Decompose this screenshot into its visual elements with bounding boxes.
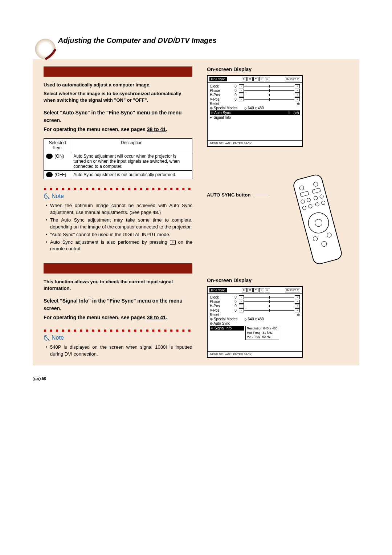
osd-heading-2: On-screen Display	[207, 278, 348, 283]
autosync-button-icon: ⟲	[170, 240, 176, 245]
osd1-phase: Phase	[210, 89, 232, 93]
osd2-tab: Fine Sync	[209, 288, 227, 292]
osd1-tab: Fine Sync	[209, 77, 227, 81]
section-heading-autosync	[44, 66, 192, 77]
osd2-res-l: Resolution	[247, 327, 262, 330]
osd2-hor-l: Hor Freq	[247, 331, 260, 335]
osd2-input: INPUT 2	[285, 288, 300, 292]
signalinfo-intro: This function allows you to check the cu…	[44, 279, 192, 292]
left-column: Used to automatically adjust a computer …	[44, 66, 192, 358]
page-link-38-41[interactable]: 38 to 41	[147, 126, 166, 132]
th-selected-item: Selected Item	[44, 138, 71, 152]
osd1-autosync: Auto Sync	[214, 111, 231, 115]
autosync-table: Selected Item Description (ON) Auto Sync…	[44, 138, 192, 179]
label-pointer-line	[255, 195, 269, 195]
page-num-text: -50	[41, 376, 46, 381]
osd1-hpos: H-Pos	[210, 93, 232, 97]
note-body-2: 540P is displayed on the screen when sig…	[44, 344, 192, 358]
page-link-38-41-b[interactable]: 38 to 41	[147, 315, 166, 320]
page-number: GB-50	[33, 376, 359, 381]
signalinfo-operate-instruction: For operating the menu screen, see pages…	[44, 314, 192, 321]
cell-off-desc: Auto Sync adjustment is not automaticall…	[71, 170, 192, 179]
osd1-special-val: 640 x 480	[248, 106, 264, 110]
osd2-signal: Signal Info	[215, 326, 232, 330]
section-heading-signalinfo	[44, 263, 192, 274]
th-description: Description	[71, 138, 192, 152]
osd1-reset: Reset	[210, 102, 232, 106]
osd2-tab-icons: ◐⊕✦◇▭	[242, 288, 270, 292]
note1-bullet2: The Auto Sync adjustment may take some t…	[50, 217, 192, 231]
svg-point-0	[35, 39, 56, 59]
note1-b4a: Auto Sync adjustment is also performed b…	[50, 239, 170, 245]
remote-control-icon	[290, 172, 345, 267]
note2-bullet1: 540P is displayed on the screen when sig…	[50, 344, 192, 358]
gb-badge: GB	[33, 377, 41, 381]
autosync-button-label: AUTO SYNC button	[207, 192, 250, 198]
autosync-operate-instruction: For operating the menu screen, see pages…	[44, 126, 192, 133]
operate2-suffix: .	[166, 315, 167, 320]
note-label: Note	[52, 193, 64, 199]
cell-off: (OFF)	[44, 170, 71, 179]
note-body-1: When the optimum image cannot be achieve…	[44, 202, 192, 252]
autosync-off-icon	[46, 172, 53, 177]
cell-on-desc: Auto Sync adjustment will occur when the…	[71, 152, 192, 170]
on-label: (ON)	[54, 154, 64, 159]
right-column: On-screen Display Fine Sync ◐⊕✦◇▭ INPUT …	[207, 66, 348, 358]
osd2-special: Special Modes	[214, 317, 238, 321]
osd1-clock: Clock	[210, 84, 232, 88]
osd1-signal: Signal Info	[214, 116, 231, 119]
note-icon-2	[44, 335, 50, 341]
osd1-vpos: V-Pos	[210, 97, 232, 101]
osd2-ver-v: 60 Hz	[262, 335, 271, 339]
osd2-clock: Clock	[210, 295, 232, 299]
osd2-reset: Reset	[210, 313, 232, 317]
note1-text-a: When the optimum image cannot be achieve…	[50, 203, 192, 215]
osd1-footer: ⊜END SEL./ADJ. ENTER BACK	[208, 140, 302, 146]
note1-bullet3: "Auto Sync" cannot be used in the DIGITA…	[50, 231, 192, 238]
osd-heading-1: On-screen Display	[207, 66, 348, 72]
page-title: Adjusting the Computer and DVD/DTV Image…	[58, 36, 217, 45]
osd2-res-v: 640 x 480	[263, 327, 278, 330]
osd2-footer: ⊜END SEL./ADJ. ENTER BACK	[208, 351, 302, 357]
osd-box-1: Fine Sync ◐⊕✦◇▭ INPUT 2 Clock0−+ Phase0−…	[207, 75, 303, 147]
osd1-special: Special Modes	[214, 106, 238, 110]
note1-text-b: .)	[158, 210, 161, 215]
signalinfo-select-instruction: Select "Signal Info" in the "Fine Sync" …	[44, 297, 192, 312]
osd-box-2: Fine Sync ◐⊕✦◇▭ INPUT 2 Clock0−+ Phase0−…	[207, 286, 303, 358]
dot-divider-2: ■ ■ ■ ■ ■ ■ ■ ■ ■ ■ ■ ■ ■ ■ ■ ■ ■ ■ ■ ■ …	[44, 328, 192, 333]
autosync-intro: Used to automatically adjust a computer …	[44, 82, 192, 88]
autosync-sub: Select whether the image is to be synchr…	[44, 90, 192, 104]
operate2-prefix: For operating the menu screen, see pages	[44, 315, 147, 320]
operate-prefix: For operating the menu screen, see pages	[44, 126, 147, 132]
note-label-2: Note	[52, 335, 64, 341]
osd2-phase: Phase	[210, 300, 232, 304]
off-label: (OFF)	[54, 172, 66, 177]
operate-suffix: .	[166, 126, 167, 132]
autosync-on-icon	[46, 154, 53, 159]
osd2-autosync: Auto Sync	[213, 321, 230, 325]
note-icon	[44, 193, 50, 199]
osd2-vpos: V-Pos	[210, 308, 232, 312]
dot-divider: ■ ■ ■ ■ ■ ■ ■ ■ ■ ■ ■ ■ ■ ■ ■ ■ ■ ■ ■ ■ …	[44, 186, 192, 191]
corner-decoration-icon	[34, 38, 56, 60]
cell-on: (ON)	[44, 152, 71, 170]
osd2-ver-l: Vert Freq	[247, 335, 260, 339]
page-link-48[interactable]: 48	[153, 210, 158, 215]
osd2-hpos: H-Pos	[210, 304, 232, 308]
autosync-select-instruction: Select "Auto Sync" in the "Fine Sync" me…	[44, 109, 192, 124]
osd2-special-val: 640 x 480	[248, 317, 264, 321]
osd1-tab-icons: ◐⊕✦◇▭	[242, 77, 270, 81]
osd2-hor-v: 31 kHz	[262, 331, 273, 335]
osd1-input: INPUT 2	[285, 77, 300, 81]
